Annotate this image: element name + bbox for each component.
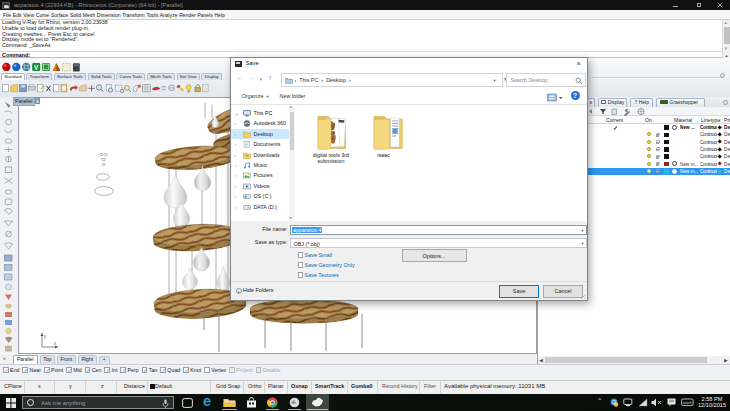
svg-text:y: y: [44, 334, 47, 339]
svg-text:Q: Q: [612, 399, 616, 405]
svg-text:touch: touch: [683, 400, 692, 404]
svg-text:x: x: [54, 341, 57, 346]
